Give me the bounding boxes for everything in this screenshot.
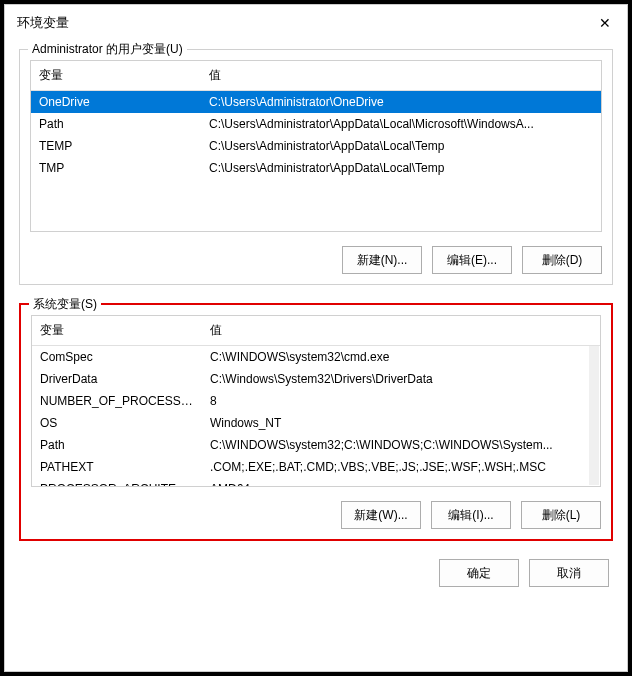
col-header-name[interactable]: 变量: [32, 316, 202, 346]
system-delete-button[interactable]: 删除(L): [521, 501, 601, 529]
dialog-title: 环境变量: [17, 14, 69, 32]
user-vars-group: Administrator 的用户变量(U) 变量 值 OneDriveC:\U…: [19, 49, 613, 285]
cell-value: .COM;.EXE;.BAT;.CMD;.VBS;.VBE;.JS;.JSE;.…: [202, 456, 600, 478]
cell-value: C:\Users\Administrator\AppData\Local\Mic…: [201, 113, 601, 135]
table-row[interactable]: NUMBER_OF_PROCESSORS8: [32, 390, 600, 412]
system-vars-group: 系统变量(S) 变量 值 ComSpecC:\WINDOWS\system32\…: [19, 303, 613, 541]
cell-name: TMP: [31, 157, 201, 179]
col-header-value[interactable]: 值: [202, 316, 600, 346]
cell-name: Path: [31, 113, 201, 135]
user-vars-scroll[interactable]: 变量 值 OneDriveC:\Users\Administrator\OneD…: [31, 61, 601, 231]
user-delete-button[interactable]: 删除(D): [522, 246, 602, 274]
cell-name: OS: [32, 412, 202, 434]
cell-value: C:\Users\Administrator\AppData\Local\Tem…: [201, 135, 601, 157]
ok-button[interactable]: 确定: [439, 559, 519, 587]
system-vars-table: 变量 值 ComSpecC:\WINDOWS\system32\cmd.exeD…: [32, 316, 600, 486]
table-row[interactable]: PathC:\WINDOWS\system32;C:\WINDOWS;C:\WI…: [32, 434, 600, 456]
col-header-name[interactable]: 变量: [31, 61, 201, 91]
table-row[interactable]: PathC:\Users\Administrator\AppData\Local…: [31, 113, 601, 135]
dialog-content: Administrator 的用户变量(U) 变量 值 OneDriveC:\U…: [5, 41, 627, 671]
titlebar: 环境变量 ✕: [5, 5, 627, 41]
system-vars-scroll[interactable]: 变量 值 ComSpecC:\WINDOWS\system32\cmd.exeD…: [32, 316, 600, 486]
close-icon[interactable]: ✕: [595, 13, 615, 33]
cell-value: Windows_NT: [202, 412, 600, 434]
cell-name: NUMBER_OF_PROCESSORS: [32, 390, 202, 412]
cell-name: Path: [32, 434, 202, 456]
cell-value: C:\WINDOWS\system32\cmd.exe: [202, 346, 600, 369]
col-header-value[interactable]: 值: [201, 61, 601, 91]
cell-name: ComSpec: [32, 346, 202, 369]
cell-value: C:\WINDOWS\system32;C:\WINDOWS;C:\WINDOW…: [202, 434, 600, 456]
cell-name: DriverData: [32, 368, 202, 390]
cell-value: C:\Users\Administrator\OneDrive: [201, 91, 601, 114]
table-row[interactable]: OSWindows_NT: [32, 412, 600, 434]
cell-name: PROCESSOR_ARCHITECT...: [32, 478, 202, 486]
user-vars-table: 变量 值 OneDriveC:\Users\Administrator\OneD…: [31, 61, 601, 179]
system-vars-legend: 系统变量(S): [29, 296, 101, 313]
table-row[interactable]: PATHEXT.COM;.EXE;.BAT;.CMD;.VBS;.VBE;.JS…: [32, 456, 600, 478]
table-row[interactable]: DriverDataC:\Windows\System32\Drivers\Dr…: [32, 368, 600, 390]
user-vars-table-wrap: 变量 值 OneDriveC:\Users\Administrator\OneD…: [30, 60, 602, 232]
user-edit-button[interactable]: 编辑(E)...: [432, 246, 512, 274]
table-row[interactable]: OneDriveC:\Users\Administrator\OneDrive: [31, 91, 601, 114]
dialog-button-row: 确定 取消: [19, 559, 613, 591]
cancel-button[interactable]: 取消: [529, 559, 609, 587]
user-new-button[interactable]: 新建(N)...: [342, 246, 422, 274]
cell-name: PATHEXT: [32, 456, 202, 478]
cell-value: C:\Users\Administrator\AppData\Local\Tem…: [201, 157, 601, 179]
system-vars-table-wrap: 变量 值 ComSpecC:\WINDOWS\system32\cmd.exeD…: [31, 315, 601, 487]
system-vars-buttons: 新建(W)... 编辑(I)... 删除(L): [31, 501, 601, 529]
env-vars-dialog: 环境变量 ✕ Administrator 的用户变量(U) 变量 值 OneDr…: [4, 4, 628, 672]
table-row[interactable]: TMPC:\Users\Administrator\AppData\Local\…: [31, 157, 601, 179]
cell-name: OneDrive: [31, 91, 201, 114]
cell-value: AMD64: [202, 478, 600, 486]
cell-value: C:\Windows\System32\Drivers\DriverData: [202, 368, 600, 390]
scrollbar-vertical[interactable]: [589, 346, 599, 485]
table-row[interactable]: PROCESSOR_ARCHITECT...AMD64: [32, 478, 600, 486]
table-row[interactable]: TEMPC:\Users\Administrator\AppData\Local…: [31, 135, 601, 157]
user-vars-buttons: 新建(N)... 编辑(E)... 删除(D): [30, 246, 602, 274]
cell-value: 8: [202, 390, 600, 412]
system-new-button[interactable]: 新建(W)...: [341, 501, 421, 529]
cell-name: TEMP: [31, 135, 201, 157]
table-row[interactable]: ComSpecC:\WINDOWS\system32\cmd.exe: [32, 346, 600, 369]
system-edit-button[interactable]: 编辑(I)...: [431, 501, 511, 529]
user-vars-legend: Administrator 的用户变量(U): [28, 41, 187, 58]
